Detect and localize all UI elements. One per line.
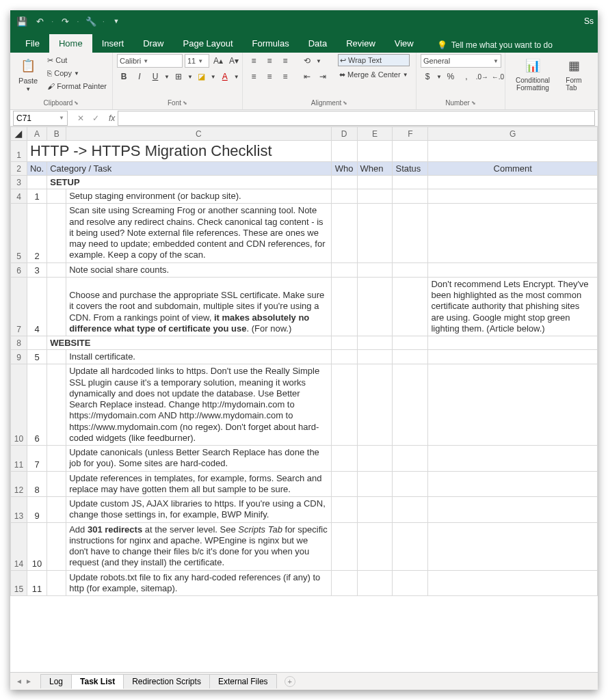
tab-data[interactable]: Data xyxy=(299,34,336,53)
col-header[interactable]: G xyxy=(428,127,598,141)
cell[interactable]: 3 xyxy=(27,262,47,277)
comma-button[interactable]: , xyxy=(460,70,473,83)
task-cell[interactable]: Update custom JS, AJAX libraries to http… xyxy=(66,497,331,523)
align-left-icon[interactable]: ≡ xyxy=(247,70,261,83)
comment-cell[interactable] xyxy=(428,364,598,446)
cell[interactable]: 10 xyxy=(27,522,47,570)
sheet-tab-log[interactable]: Log xyxy=(40,674,72,688)
col-header[interactable]: A xyxy=(27,127,47,141)
font-name-combo[interactable]: Calibri▼ xyxy=(117,54,183,68)
dialog-launcher-icon[interactable]: ⬊ xyxy=(343,100,347,106)
save-icon[interactable]: 💾 xyxy=(14,14,29,29)
cell[interactable]: 8 xyxy=(27,471,47,497)
task-cell[interactable]: Update references in templates, for exam… xyxy=(66,471,331,497)
cell[interactable]: 2 xyxy=(27,204,47,262)
tab-formulas[interactable]: Formulas xyxy=(243,34,299,53)
spreadsheet-grid[interactable]: ◢ A B C D E F G 1HTTP -> HTTPS Migration… xyxy=(10,126,598,596)
tab-review[interactable]: Review xyxy=(336,34,385,53)
currency-button[interactable]: $ xyxy=(421,70,434,83)
comment-cell[interactable] xyxy=(428,350,598,364)
format-table-button[interactable]: ▦ FormTab xyxy=(560,54,587,94)
tell-me[interactable]: 💡 Tell me what you want to do xyxy=(437,40,553,53)
cell[interactable]: When xyxy=(357,162,393,176)
section-cell[interactable]: WEBSITE xyxy=(47,336,331,350)
sheet-nav-prev-icon[interactable]: ◄ xyxy=(14,677,24,685)
task-cell[interactable]: Update all hardcoded links to https. Don… xyxy=(66,364,331,446)
orientation-icon[interactable]: ⟲ xyxy=(300,54,314,68)
align-middle-icon[interactable]: ≡ xyxy=(263,54,276,68)
bold-button[interactable]: B xyxy=(117,70,131,83)
task-cell[interactable]: Install certificate. xyxy=(66,350,331,364)
cell[interactable]: 7 xyxy=(27,446,47,472)
cell[interactable]: 5 xyxy=(27,350,47,364)
cell[interactable]: 9 xyxy=(27,497,47,523)
italic-button[interactable]: I xyxy=(133,70,146,83)
task-cell[interactable]: Choose and purchase the appropriate SSL … xyxy=(66,277,331,336)
conditional-formatting-button[interactable]: 📊 Conditional Formatting xyxy=(510,54,556,94)
col-header[interactable]: F xyxy=(393,127,428,141)
cell[interactable]: 4 xyxy=(27,277,47,336)
cell[interactable]: No. xyxy=(27,162,47,176)
cell[interactable]: 11 xyxy=(27,570,47,596)
align-top-icon[interactable]: ≡ xyxy=(247,54,261,68)
comment-cell[interactable] xyxy=(428,570,598,596)
col-header[interactable]: E xyxy=(357,127,393,141)
tab-home[interactable]: Home xyxy=(49,34,92,53)
underline-button[interactable]: U xyxy=(148,70,162,83)
cell[interactable]: Who xyxy=(331,162,357,176)
dialog-launcher-icon[interactable]: ⬊ xyxy=(183,100,187,106)
tab-insert[interactable]: Insert xyxy=(92,34,134,53)
comment-cell[interactable] xyxy=(428,189,598,204)
paste-button[interactable]: 📋 Paste ▼ xyxy=(14,54,42,94)
confirm-entry-icon[interactable]: ✓ xyxy=(88,113,103,123)
dialog-launcher-icon[interactable]: ⬊ xyxy=(471,100,476,106)
qat-more-icon[interactable]: ▼ xyxy=(109,14,124,29)
increase-indent-icon[interactable]: ⇥ xyxy=(316,70,330,83)
new-sheet-icon[interactable]: + xyxy=(285,676,295,687)
task-cell[interactable]: Setup staging environment (or backup sit… xyxy=(66,189,331,204)
fx-icon[interactable]: fx xyxy=(109,113,115,123)
sheet-tab-redirection[interactable]: Redirection Scripts xyxy=(123,674,210,688)
font-size-combo[interactable]: 11▼ xyxy=(185,54,209,68)
col-header[interactable]: B xyxy=(47,127,66,141)
tab-file[interactable]: File xyxy=(16,34,49,53)
align-center-icon[interactable]: ≡ xyxy=(263,70,276,83)
align-bottom-icon[interactable]: ≡ xyxy=(278,54,292,68)
tab-page-layout[interactable]: Page Layout xyxy=(174,34,243,53)
sheet-tab-task-list[interactable]: Task List xyxy=(71,674,124,689)
section-cell[interactable]: SETUP xyxy=(47,176,331,189)
decrease-decimal-icon[interactable]: ←.0 xyxy=(491,70,505,83)
cell[interactable]: Category / Task xyxy=(47,162,331,176)
col-header[interactable]: C xyxy=(66,127,331,141)
fill-color-button[interactable]: ◪ xyxy=(195,70,209,83)
decrease-font-icon[interactable]: A▾ xyxy=(227,54,241,68)
increase-font-icon[interactable]: A▴ xyxy=(211,54,225,68)
tab-draw[interactable]: Draw xyxy=(133,34,173,53)
font-color-button[interactable]: A xyxy=(218,70,232,83)
dialog-launcher-icon[interactable]: ⬊ xyxy=(74,100,79,106)
merge-center-button[interactable]: ⬌Merge & Center ▼ xyxy=(338,68,410,81)
sheet-tab-external[interactable]: External Files xyxy=(209,674,277,688)
number-format-combo[interactable]: General▼ xyxy=(421,54,501,68)
comment-cell[interactable] xyxy=(428,522,598,570)
format-painter-button[interactable]: 🖌Format Painter xyxy=(46,80,108,92)
sheet-nav-next-icon[interactable]: ► xyxy=(24,677,34,685)
align-right-icon[interactable]: ≡ xyxy=(278,70,292,83)
name-box[interactable]: C71▼ xyxy=(13,111,68,126)
comment-cell[interactable] xyxy=(428,446,598,472)
comment-cell[interactable] xyxy=(428,262,598,277)
decrease-indent-icon[interactable]: ⇤ xyxy=(300,70,314,83)
comment-cell[interactable] xyxy=(428,497,598,523)
cell[interactable]: Comment xyxy=(428,162,598,176)
cut-button[interactable]: ✂Cut xyxy=(46,54,108,66)
border-button[interactable]: ⊞ xyxy=(172,70,185,83)
comment-cell[interactable] xyxy=(428,471,598,497)
comment-cell[interactable] xyxy=(428,204,598,262)
copy-button[interactable]: ⎘Copy ▼ xyxy=(46,67,108,79)
cancel-entry-icon[interactable]: ✕ xyxy=(73,113,88,123)
cell[interactable]: Status xyxy=(393,162,428,176)
task-cell[interactable]: Update robots.txt file to fix any hard-c… xyxy=(66,570,331,596)
cell[interactable]: 6 xyxy=(27,364,47,446)
redo-icon[interactable]: ↷ xyxy=(57,14,72,29)
title-cell[interactable]: HTTP -> HTTPS Migration Checklist xyxy=(27,141,331,162)
